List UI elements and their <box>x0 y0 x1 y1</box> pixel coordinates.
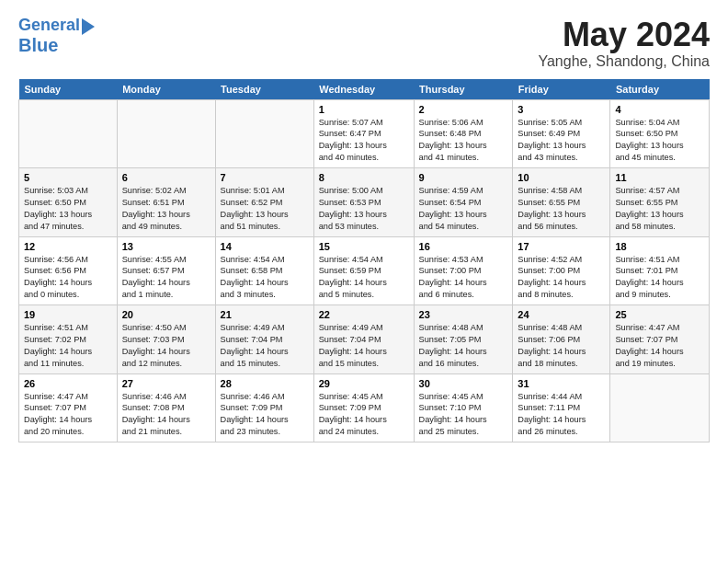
day-number: 3 <box>518 104 605 115</box>
day-number: 29 <box>319 378 409 389</box>
calendar-cell: 13Sunrise: 4:55 AM Sunset: 6:57 PM Dayli… <box>117 236 215 305</box>
col-tuesday: Tuesday <box>215 79 313 100</box>
day-info: Sunrise: 4:48 AM Sunset: 7:05 PM Dayligh… <box>419 322 508 370</box>
week-row-3: 12Sunrise: 4:56 AM Sunset: 6:56 PM Dayli… <box>19 236 710 305</box>
logo-blue: Blue <box>18 35 58 55</box>
day-number: 7 <box>221 172 309 183</box>
day-number: 20 <box>122 309 210 320</box>
day-info: Sunrise: 4:52 AM Sunset: 7:00 PM Dayligh… <box>518 254 605 302</box>
location: Yanghe, Shandong, China <box>538 53 710 70</box>
day-number: 18 <box>615 241 704 252</box>
day-number: 4 <box>615 104 704 115</box>
day-number: 31 <box>518 378 605 389</box>
day-number: 19 <box>24 309 112 320</box>
calendar-cell: 30Sunrise: 4:45 AM Sunset: 7:10 PM Dayli… <box>414 373 513 442</box>
day-info: Sunrise: 4:58 AM Sunset: 6:55 PM Dayligh… <box>518 185 605 233</box>
week-row-2: 5Sunrise: 5:03 AM Sunset: 6:50 PM Daylig… <box>19 168 710 237</box>
calendar-cell: 11Sunrise: 4:57 AM Sunset: 6:55 PM Dayli… <box>610 168 710 237</box>
day-number: 13 <box>122 241 210 252</box>
day-info: Sunrise: 4:47 AM Sunset: 7:07 PM Dayligh… <box>615 322 704 370</box>
page: General Blue May 2024 Yanghe, Shandong, … <box>0 0 728 452</box>
calendar-cell: 4Sunrise: 5:04 AM Sunset: 6:50 PM Daylig… <box>610 99 710 168</box>
title-block: May 2024 Yanghe, Shandong, China <box>538 17 710 70</box>
day-info: Sunrise: 4:47 AM Sunset: 7:07 PM Dayligh… <box>24 391 112 439</box>
day-info: Sunrise: 4:44 AM Sunset: 7:11 PM Dayligh… <box>518 391 605 439</box>
calendar-cell: 26Sunrise: 4:47 AM Sunset: 7:07 PM Dayli… <box>19 373 118 442</box>
calendar-cell: 29Sunrise: 4:45 AM Sunset: 7:09 PM Dayli… <box>313 373 414 442</box>
day-info: Sunrise: 4:57 AM Sunset: 6:55 PM Dayligh… <box>615 185 704 233</box>
day-info: Sunrise: 5:03 AM Sunset: 6:50 PM Dayligh… <box>24 185 112 233</box>
logo: General Blue <box>18 17 95 55</box>
col-thursday: Thursday <box>414 79 513 100</box>
logo-text: General <box>18 17 80 35</box>
day-number: 25 <box>615 309 704 320</box>
calendar-cell: 6Sunrise: 5:02 AM Sunset: 6:51 PM Daylig… <box>117 168 215 237</box>
day-number: 16 <box>419 241 508 252</box>
day-number: 11 <box>615 172 704 183</box>
calendar-cell: 21Sunrise: 4:49 AM Sunset: 7:04 PM Dayli… <box>215 305 313 374</box>
day-number: 8 <box>319 172 409 183</box>
calendar-cell <box>610 373 710 442</box>
calendar-cell: 16Sunrise: 4:53 AM Sunset: 7:00 PM Dayli… <box>414 236 513 305</box>
calendar-cell: 2Sunrise: 5:06 AM Sunset: 6:48 PM Daylig… <box>414 99 513 168</box>
calendar-cell: 24Sunrise: 4:48 AM Sunset: 7:06 PM Dayli… <box>513 305 610 374</box>
day-info: Sunrise: 4:49 AM Sunset: 7:04 PM Dayligh… <box>319 322 409 370</box>
day-number: 27 <box>122 378 210 389</box>
week-row-1: 1Sunrise: 5:07 AM Sunset: 6:47 PM Daylig… <box>19 99 710 168</box>
day-info: Sunrise: 5:00 AM Sunset: 6:53 PM Dayligh… <box>319 185 409 233</box>
calendar-cell: 8Sunrise: 5:00 AM Sunset: 6:53 PM Daylig… <box>313 168 414 237</box>
day-number: 12 <box>24 241 112 252</box>
day-number: 30 <box>419 378 508 389</box>
day-number: 21 <box>221 309 309 320</box>
calendar-cell: 22Sunrise: 4:49 AM Sunset: 7:04 PM Dayli… <box>313 305 414 374</box>
day-number: 23 <box>419 309 508 320</box>
day-info: Sunrise: 4:51 AM Sunset: 7:02 PM Dayligh… <box>24 322 112 370</box>
day-info: Sunrise: 4:59 AM Sunset: 6:54 PM Dayligh… <box>419 185 508 233</box>
calendar-cell: 9Sunrise: 4:59 AM Sunset: 6:54 PM Daylig… <box>414 168 513 237</box>
calendar-cell: 27Sunrise: 4:46 AM Sunset: 7:08 PM Dayli… <box>117 373 215 442</box>
calendar-cell: 25Sunrise: 4:47 AM Sunset: 7:07 PM Dayli… <box>610 305 710 374</box>
calendar-cell: 23Sunrise: 4:48 AM Sunset: 7:05 PM Dayli… <box>414 305 513 374</box>
day-number: 1 <box>319 104 409 115</box>
calendar-cell <box>19 99 118 168</box>
calendar-cell: 15Sunrise: 4:54 AM Sunset: 6:59 PM Dayli… <box>313 236 414 305</box>
month-title: May 2024 <box>538 17 710 53</box>
col-sunday: Sunday <box>19 79 118 100</box>
day-info: Sunrise: 4:50 AM Sunset: 7:03 PM Dayligh… <box>122 322 210 370</box>
day-info: Sunrise: 4:45 AM Sunset: 7:10 PM Dayligh… <box>419 391 508 439</box>
week-row-4: 19Sunrise: 4:51 AM Sunset: 7:02 PM Dayli… <box>19 305 710 374</box>
day-info: Sunrise: 5:04 AM Sunset: 6:50 PM Dayligh… <box>615 117 704 165</box>
calendar-cell: 31Sunrise: 4:44 AM Sunset: 7:11 PM Dayli… <box>513 373 610 442</box>
day-number: 9 <box>419 172 508 183</box>
day-number: 22 <box>319 309 409 320</box>
day-number: 6 <box>122 172 210 183</box>
calendar-cell: 10Sunrise: 4:58 AM Sunset: 6:55 PM Dayli… <box>513 168 610 237</box>
col-saturday: Saturday <box>610 79 710 100</box>
day-number: 10 <box>518 172 605 183</box>
day-info: Sunrise: 4:48 AM Sunset: 7:06 PM Dayligh… <box>518 322 605 370</box>
day-info: Sunrise: 4:51 AM Sunset: 7:01 PM Dayligh… <box>615 254 704 302</box>
calendar-cell: 17Sunrise: 4:52 AM Sunset: 7:00 PM Dayli… <box>513 236 610 305</box>
day-number: 24 <box>518 309 605 320</box>
calendar-cell: 3Sunrise: 5:05 AM Sunset: 6:49 PM Daylig… <box>513 99 610 168</box>
calendar-cell: 1Sunrise: 5:07 AM Sunset: 6:47 PM Daylig… <box>313 99 414 168</box>
calendar-cell: 7Sunrise: 5:01 AM Sunset: 6:52 PM Daylig… <box>215 168 313 237</box>
day-number: 17 <box>518 241 605 252</box>
day-info: Sunrise: 5:02 AM Sunset: 6:51 PM Dayligh… <box>122 185 210 233</box>
calendar-cell: 5Sunrise: 5:03 AM Sunset: 6:50 PM Daylig… <box>19 168 118 237</box>
calendar-cell <box>215 99 313 168</box>
calendar-cell: 20Sunrise: 4:50 AM Sunset: 7:03 PM Dayli… <box>117 305 215 374</box>
day-number: 15 <box>319 241 409 252</box>
day-info: Sunrise: 4:45 AM Sunset: 7:09 PM Dayligh… <box>319 391 409 439</box>
col-wednesday: Wednesday <box>313 79 414 100</box>
day-number: 26 <box>24 378 112 389</box>
header-row: Sunday Monday Tuesday Wednesday Thursday… <box>19 79 710 100</box>
calendar-cell: 18Sunrise: 4:51 AM Sunset: 7:01 PM Dayli… <box>610 236 710 305</box>
day-info: Sunrise: 5:07 AM Sunset: 6:47 PM Dayligh… <box>319 117 409 165</box>
calendar-cell: 19Sunrise: 4:51 AM Sunset: 7:02 PM Dayli… <box>19 305 118 374</box>
day-info: Sunrise: 5:06 AM Sunset: 6:48 PM Dayligh… <box>419 117 508 165</box>
day-info: Sunrise: 4:56 AM Sunset: 6:56 PM Dayligh… <box>24 254 112 302</box>
day-number: 28 <box>221 378 309 389</box>
col-friday: Friday <box>513 79 610 100</box>
header: General Blue May 2024 Yanghe, Shandong, … <box>18 17 710 70</box>
